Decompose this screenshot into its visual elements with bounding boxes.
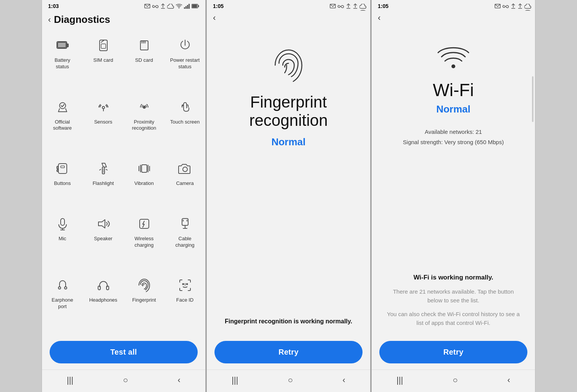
headphone-diag-icon (97, 278, 110, 294)
time-2: 1:05 (213, 3, 224, 9)
wifi-stat-signal: Signal strength: Very strong (650 Mbps) (403, 137, 504, 147)
diag-item-camera[interactable]: Camera (164, 155, 205, 210)
svg-rect-6 (187, 5, 188, 9)
upload-icon-3b (517, 3, 523, 9)
nav-recent-icon-2[interactable]: ||| (232, 375, 238, 385)
diag-item-headphone[interactable]: Headphones (83, 272, 124, 333)
svg-line-33 (106, 169, 107, 170)
svg-point-59 (186, 284, 187, 285)
fingerprint2-label: Fingerprint (132, 297, 156, 304)
wirelesscharging-diag-icon (137, 217, 151, 233)
sensors-diag-icon (97, 100, 110, 116)
svg-rect-27 (61, 166, 64, 168)
nav-home-icon-3[interactable]: ○ (453, 375, 458, 385)
diag-item-powerrestart[interactable]: Power restartstatus (164, 32, 205, 93)
svg-point-40 (183, 167, 187, 172)
fingerprint-title: Fingerprintrecognition (249, 93, 327, 130)
test-all-button[interactable]: Test all (50, 341, 198, 363)
diag-item-speaker[interactable]: Speaker (83, 210, 124, 272)
nav-back-icon[interactable]: ‹ (178, 375, 181, 385)
battery-icon (192, 4, 199, 8)
vibration-label: Vibration (134, 180, 154, 187)
nav-back-icon-3[interactable]: ‹ (508, 375, 510, 385)
bottom-nav-1: ||| ○ ‹ (42, 370, 205, 392)
diag-item-buttons[interactable]: Buttons (42, 155, 83, 210)
status-bar-2: 1:05 (207, 0, 370, 11)
diag-item-simcard[interactable]: SIM card (83, 32, 124, 93)
diag-item-earphone[interactable]: Earphoneport (42, 272, 83, 333)
officialsoftware-label: Officialsoftware (53, 119, 72, 132)
svg-point-3 (179, 8, 179, 8)
diag-item-flashlight[interactable]: Flashlight (83, 155, 124, 210)
headphone-label: Headphones (89, 297, 118, 304)
svg-rect-9 (198, 5, 199, 7)
upload-icon-2b (353, 3, 358, 9)
svg-rect-15 (101, 44, 106, 48)
diag-item-sdcard[interactable]: SD card (124, 32, 164, 93)
vibration-diag-icon (137, 162, 151, 177)
touchscreen-diag-icon (178, 100, 192, 116)
page-title-1: Diagnostics (54, 14, 110, 26)
diag-item-officialsoftware[interactable]: Officialsoftware (42, 93, 83, 155)
cloud-icon-2 (359, 4, 366, 9)
diag-item-touchscreen[interactable]: Touch screen (164, 93, 205, 155)
wifi-description: Wi-Fi is working normally. (413, 273, 493, 282)
sdcard-label: SD card (135, 57, 153, 64)
svg-rect-12 (67, 44, 68, 47)
svg-rect-7 (189, 4, 190, 9)
nav-top-2: ‹ (207, 11, 370, 25)
wirelesscharging-label: Wirelesscharging (135, 236, 154, 249)
camera-diag-icon (178, 162, 192, 177)
wifi-title: Wi-Fi (433, 80, 474, 100)
time-1: 1:03 (48, 3, 59, 9)
diag-item-vibration[interactable]: Vibration (124, 155, 164, 210)
diag-item-cablecharging[interactable]: Cablecharging (164, 210, 205, 272)
diag-item-proximity[interactable]: Proximityrecognition (124, 93, 164, 155)
wifi-stat-networks: Available networks: 21 (403, 127, 504, 137)
infinity-icon-3 (502, 4, 509, 8)
nav-recent-icon-3[interactable]: ||| (396, 375, 403, 385)
nav-home-icon-2[interactable]: ○ (288, 375, 293, 385)
svg-rect-29 (57, 170, 58, 172)
blue-dot-icon-2 (359, 4, 364, 8)
diag-item-faceid[interactable]: Face ID (164, 272, 205, 333)
fingerprint-retry-button[interactable]: Retry (214, 341, 363, 363)
simcard-diag-icon (97, 39, 110, 54)
fingerprint-retry-container: Retry (207, 333, 370, 370)
earphone-diag-icon (56, 278, 69, 294)
nav-back-icon-2[interactable]: ‹ (343, 375, 345, 385)
back-button-3[interactable]: ‹ (378, 14, 380, 22)
flashlight-label: Flashlight (93, 180, 114, 187)
diag-item-sensors[interactable]: Sensors (83, 93, 124, 155)
status-bar-3: 1:05 (372, 0, 535, 11)
svg-rect-13 (58, 42, 66, 48)
faceid-diag-icon (178, 278, 192, 294)
nav-home-icon[interactable]: ○ (123, 375, 128, 385)
status-icons-3 (495, 3, 529, 9)
svg-rect-14 (100, 40, 107, 51)
back-button-1[interactable]: ‹ (48, 16, 51, 24)
buttons-diag-icon (56, 162, 69, 177)
wifi-retry-container: Retry (372, 333, 535, 370)
mic-diag-icon (56, 217, 69, 233)
sdcard-diag-icon (137, 39, 151, 54)
cloud-icon (167, 4, 174, 9)
wifi-status: Normal (436, 103, 471, 115)
phone-diagnostics: 1:03 ‹ Diagnostics Batterystatus (42, 0, 206, 392)
svg-line-48 (143, 224, 144, 227)
wifi-sub-1: There are 21 networks available. Tap the… (383, 288, 524, 305)
camera-label: Camera (176, 180, 193, 187)
nav-top-1: ‹ Diagnostics (42, 11, 205, 29)
powerrestart-label: Power restartstatus (170, 57, 200, 70)
diag-item-wirelesscharging[interactable]: Wirelesscharging (124, 210, 164, 272)
status-icons-1 (144, 3, 199, 9)
wifi-retry-button[interactable]: Retry (379, 341, 527, 363)
back-button-2[interactable]: ‹ (213, 14, 216, 22)
diag-item-fingerprint2[interactable]: Fingerprint (124, 272, 164, 333)
status-icons-2 (330, 3, 364, 9)
nav-top-3: ‹ (372, 11, 535, 25)
fingerprint-big-icon (271, 48, 306, 84)
diag-item-battery[interactable]: Batterystatus (42, 32, 83, 93)
diag-item-mic[interactable]: Mic (42, 210, 83, 272)
nav-recent-icon[interactable]: ||| (67, 375, 73, 385)
